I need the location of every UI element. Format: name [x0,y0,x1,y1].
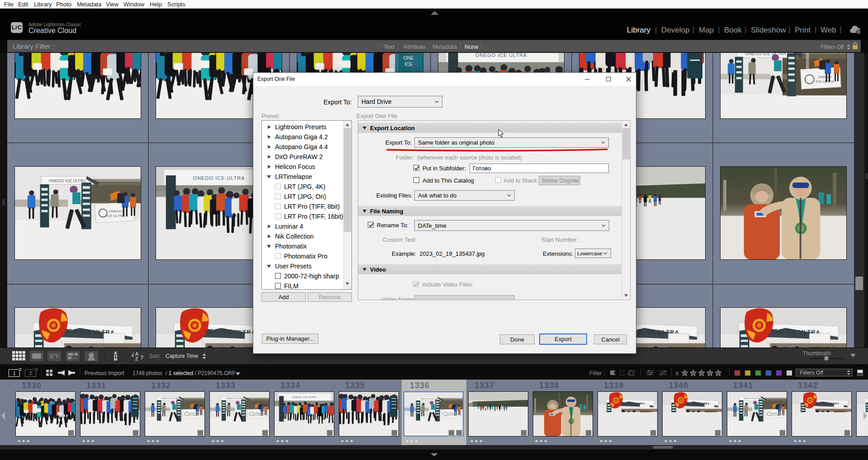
svg-text:Z: Z [135,357,138,361]
svg-text:A: A [135,352,138,357]
